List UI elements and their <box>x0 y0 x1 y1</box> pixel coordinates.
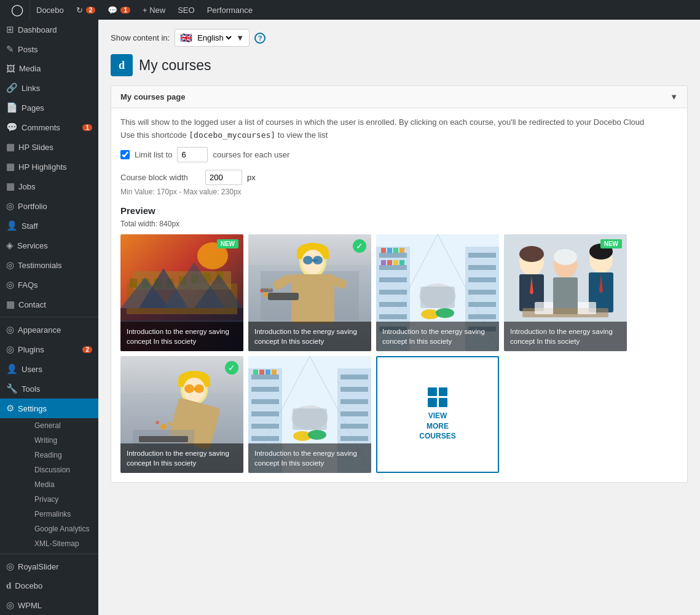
svg-rect-57 <box>468 265 496 270</box>
staff-icon: 👤 <box>6 220 18 231</box>
svg-rect-54 <box>399 260 404 265</box>
plugins-count: 2 <box>82 346 92 353</box>
course-card-3[interactable]: Introduction to the energy saving concep… <box>376 234 499 351</box>
svg-rect-120 <box>293 408 327 430</box>
jobs-icon: ▦ <box>6 181 15 192</box>
badge-new-1: NEW <box>217 239 238 248</box>
sidebar-item-faqs[interactable]: ◎ FAQs <box>0 275 98 295</box>
sidebar-sub-reading[interactable]: Reading <box>17 448 98 462</box>
adminbar-comments[interactable]: 💬 1 <box>101 0 136 20</box>
sidebar-item-settings[interactable]: ⚙ Settings <box>0 399 98 418</box>
hp-slides-icon: ▦ <box>6 141 15 153</box>
sidebar-item-jobs[interactable]: ▦ Jobs <box>0 177 98 196</box>
sidebar-item-docebo[interactable]: d Docebo <box>0 576 98 595</box>
sidebar-item-wpml[interactable]: ◎ WPML <box>0 595 98 615</box>
sidebar-item-contact[interactable]: ▦ Contact <box>0 295 98 314</box>
svg-point-75 <box>554 249 577 265</box>
svg-rect-102 <box>251 375 279 379</box>
docebo-icon-text: d <box>119 59 125 72</box>
language-selector[interactable]: 🇬🇧 English ▼ <box>175 29 250 47</box>
sidebar-label-portfolio: Portfolio <box>18 202 47 211</box>
sidebar-item-posts[interactable]: ✎ Posts <box>0 39 98 59</box>
docebo-label: Docebo <box>36 6 64 15</box>
course-card-4[interactable]: NEW Introduction to the energy saving co… <box>504 234 627 351</box>
info-text-1: This will show to the logged user a list… <box>120 117 678 127</box>
sidebar-sub-google-analytics[interactable]: Google Analytics <box>17 522 98 536</box>
sidebar-label-dashboard: Dashboard <box>18 25 57 34</box>
course-caption-3: Introduction to the energy saving concep… <box>376 322 499 351</box>
wp-logo[interactable]: ◯ <box>5 0 30 20</box>
sidebar-item-links[interactable]: 🔗 Links <box>0 78 98 98</box>
svg-rect-109 <box>259 370 264 375</box>
dropdown-arrow: ▼ <box>236 33 244 42</box>
grid-cell-3 <box>428 398 437 407</box>
sidebar-item-portfolio[interactable]: ◎ Portfolio <box>0 196 98 216</box>
course-card-6[interactable]: Introduction to the energy saving concep… <box>248 356 371 473</box>
sidebar-sub-media[interactable]: Media <box>17 477 98 492</box>
sidebar-item-plugins[interactable]: ◎ Plugins 2 <box>0 339 98 359</box>
svg-rect-45 <box>379 314 407 319</box>
sidebar-sub-general[interactable]: General <box>17 418 98 433</box>
grid-cell-4 <box>439 398 448 407</box>
svg-point-34 <box>260 289 264 293</box>
svg-rect-59 <box>468 290 496 295</box>
sidebar-item-services[interactable]: ◈ Services <box>0 236 98 255</box>
svg-point-122 <box>308 430 326 440</box>
comments-icon: 💬 <box>6 122 18 133</box>
block-width-input[interactable] <box>205 170 242 185</box>
info-text-2: Use this shortcode [docebo_mycourses] to… <box>120 130 678 140</box>
preview-section: Preview Total width: 840px <box>120 205 678 473</box>
sidebar-item-staff[interactable]: 👤 Staff <box>0 216 98 236</box>
course-card-1[interactable]: NEW Introduction to the energy saving co… <box>120 234 243 351</box>
sidebar-sub-writing[interactable]: Writing <box>17 433 98 448</box>
limit-checkbox[interactable] <box>120 150 130 159</box>
sidebar-sub-privacy[interactable]: Privacy <box>17 492 98 507</box>
sidebar-item-dashboard[interactable]: ⊞ Dashboard <box>0 20 98 39</box>
svg-point-33 <box>263 292 268 297</box>
course-caption-1: Introduction to the energy saving concep… <box>120 322 243 351</box>
sidebar-label-docebo: Docebo <box>15 581 42 590</box>
google-analytics-label: Google Analytics <box>34 525 89 533</box>
sidebar-item-tools[interactable]: 🔧 Tools <box>0 379 98 399</box>
adminbar-performance[interactable]: Performance <box>201 0 259 20</box>
course-card-5[interactable]: ✓ Introduction to the energy saving conc… <box>120 356 243 473</box>
sidebar: ⊞ Dashboard ✎ Posts 🖼 Media 🔗 Links 📄 Pa… <box>0 20 98 615</box>
svg-rect-58 <box>468 277 496 282</box>
sidebar-item-appearance[interactable]: ◎ Appearance <box>0 320 98 339</box>
sidebar-sub-permalinks[interactable]: Permalinks <box>17 507 98 522</box>
limit-input[interactable] <box>177 147 208 162</box>
sidebar-item-testimonials[interactable]: ◎ Testimonials <box>0 255 98 275</box>
sidebar-item-comments[interactable]: 💬 Comments 1 <box>0 117 98 137</box>
sidebar-item-hp-highlights[interactable]: ▦ HP Highlights <box>0 157 98 177</box>
language-dropdown[interactable]: English <box>195 33 234 43</box>
language-bar: Show content in: 🇬🇧 English ▼ ? <box>111 29 688 47</box>
svg-rect-32 <box>312 260 318 261</box>
adminbar-new[interactable]: + New <box>136 0 171 20</box>
collapse-icon[interactable]: ▼ <box>670 92 678 101</box>
sidebar-item-users[interactable]: 👤 Users <box>0 359 98 379</box>
view-more-card[interactable]: VIEWMORECOURSES <box>376 356 499 473</box>
sidebar-label-testimonials: Testimonials <box>18 261 62 270</box>
help-button[interactable]: ? <box>254 33 265 44</box>
sidebar-item-pages[interactable]: 📄 Pages <box>0 98 98 117</box>
sidebar-label-faqs: FAQs <box>18 280 38 290</box>
sidebar-label-users: Users <box>22 365 42 374</box>
badge-check-2: ✓ <box>353 239 366 253</box>
adminbar-updates[interactable]: ↻ 2 <box>70 0 102 20</box>
adminbar-docebo[interactable]: Docebo <box>30 0 70 20</box>
comments-badge: 1 <box>120 7 130 14</box>
svg-rect-61 <box>468 314 496 319</box>
sidebar-label-staff: Staff <box>22 221 38 231</box>
sidebar-sub-xml-sitemap[interactable]: XML-Sitemap <box>17 536 98 551</box>
sidebar-label-plugins: Plugins <box>18 345 44 354</box>
sidebar-item-hp-slides[interactable]: ▦ HP Slides <box>0 137 98 157</box>
sidebar-item-royalslider[interactable]: ◎ RoyalSlider <box>0 557 98 576</box>
sidebar-item-media[interactable]: 🖼 Media <box>0 59 98 78</box>
course-card-2[interactable]: ✓ Introduction to the energy saving conc… <box>248 234 371 351</box>
sidebar-sub-discussion[interactable]: Discussion <box>17 462 98 477</box>
svg-point-90 <box>184 384 194 393</box>
svg-rect-49 <box>393 248 398 253</box>
settings-submenu: General Writing Reading Discussion Media… <box>0 418 98 551</box>
adminbar-seo[interactable]: SEO <box>171 0 200 20</box>
limit-row: Limit list to courses for each user <box>120 147 678 162</box>
